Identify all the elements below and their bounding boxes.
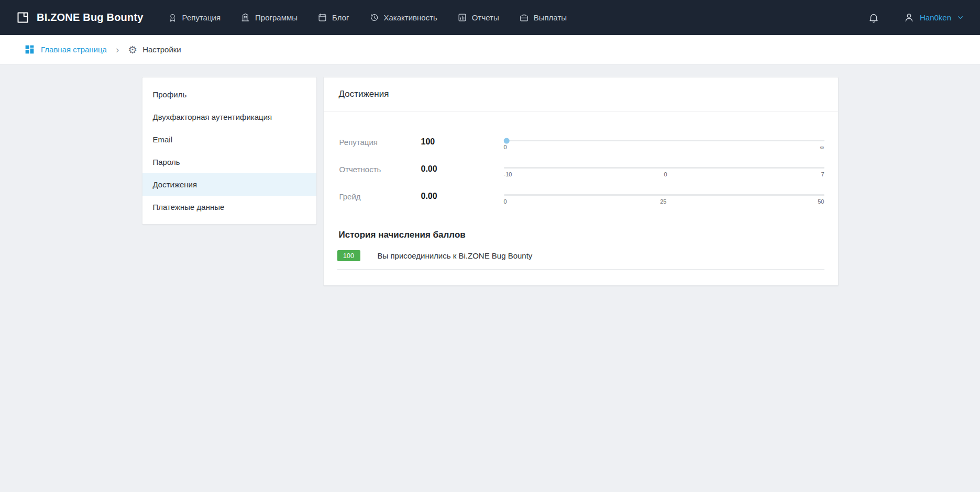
breadcrumb-home-label: Главная страница bbox=[41, 45, 107, 54]
slider-ticks: 0 25 50 bbox=[504, 198, 824, 205]
breadcrumb: Главная страница › ⚙ Настройки bbox=[0, 35, 980, 64]
tick-max: ∞ bbox=[819, 144, 824, 150]
sidebar-item-achievements[interactable]: Достижения bbox=[142, 173, 316, 196]
tick-max: 50 bbox=[818, 198, 824, 205]
main-nav: Репутация Программы Блог bbox=[168, 13, 567, 23]
sidebar-item-2fa[interactable]: Двухфакторная аутентификация bbox=[142, 106, 316, 128]
history-row: 100 Вы присоединились к Bi.ZONE Bug Boun… bbox=[337, 241, 824, 270]
tick-mid bbox=[662, 144, 667, 150]
metrics-block: Репутация 100 0 ∞ Отчетность 0.00 bbox=[324, 111, 838, 221]
metric-label: Отчетность bbox=[337, 165, 421, 174]
nav-item-reports[interactable]: Отчеты bbox=[457, 13, 499, 23]
nav-item-hackactivity[interactable]: Хакактивность bbox=[369, 13, 437, 23]
username: Han0ken bbox=[920, 13, 951, 22]
nav-item-label: Блог bbox=[332, 13, 349, 22]
metric-label: Репутация bbox=[337, 138, 421, 147]
nav-item-label: Программы bbox=[255, 13, 298, 22]
history-list: 100 Вы присоединились к Bi.ZONE Bug Boun… bbox=[337, 241, 824, 270]
tick-mid: 0 bbox=[663, 171, 668, 177]
reputation-award-icon bbox=[168, 13, 178, 23]
metric-row-reputation: Репутация 100 0 ∞ bbox=[337, 133, 824, 150]
tick-min: 0 bbox=[504, 198, 509, 205]
panel-title: Достижения bbox=[324, 77, 838, 111]
nav-item-label: Репутация bbox=[182, 13, 221, 22]
sidebar-item-profile[interactable]: Профиль bbox=[142, 83, 316, 106]
metric-label: Грейд bbox=[337, 192, 421, 201]
metric-slider: -10 0 7 bbox=[504, 161, 824, 177]
user-person-icon bbox=[904, 12, 915, 23]
payouts-briefcase-icon bbox=[519, 13, 529, 23]
slider-track bbox=[504, 140, 824, 141]
home-grid-icon bbox=[24, 44, 35, 55]
metric-row-reporting: Отчетность 0.00 -10 0 7 bbox=[337, 161, 824, 177]
tick-min: -10 bbox=[504, 171, 512, 177]
breadcrumb-current-label: Настройки bbox=[142, 45, 181, 54]
nav-item-blog[interactable]: Блог bbox=[317, 13, 349, 23]
brand-home-link[interactable]: BI.ZONE Bug Bounty bbox=[16, 10, 144, 25]
nav-item-label: Отчеты bbox=[472, 13, 499, 22]
breadcrumb-home-link[interactable]: Главная страница bbox=[24, 44, 107, 55]
metric-row-grade: Грейд 0.00 0 25 50 bbox=[337, 188, 824, 205]
slider-track bbox=[504, 167, 824, 169]
slider-track bbox=[504, 194, 824, 196]
tick-mid: 25 bbox=[660, 198, 666, 205]
nav-item-label: Выплаты bbox=[534, 13, 567, 22]
settings-sidebar: Профиль Двухфакторная аутентификация Ema… bbox=[142, 77, 317, 225]
metric-slider: 0 ∞ bbox=[504, 133, 824, 150]
metric-value: 0.00 bbox=[421, 192, 504, 201]
chevron-down-icon bbox=[956, 14, 964, 21]
sidebar-item-payment-data[interactable]: Платежные данные bbox=[142, 196, 316, 218]
nav-item-programs[interactable]: Программы bbox=[240, 13, 298, 23]
navbar-right: Han0ken bbox=[868, 12, 964, 24]
breadcrumb-current: ⚙ Настройки bbox=[128, 44, 181, 55]
tick-min: 0 bbox=[504, 144, 509, 150]
programs-building-icon bbox=[240, 13, 250, 23]
points-badge: 100 bbox=[337, 250, 360, 261]
blog-calendar-icon bbox=[317, 13, 327, 23]
notifications-bell-icon[interactable] bbox=[868, 12, 879, 24]
history-clock-icon bbox=[369, 13, 379, 23]
nav-item-payouts[interactable]: Выплаты bbox=[519, 13, 567, 23]
top-navbar: BI.ZONE Bug Bounty Репутация Программы bbox=[0, 0, 980, 35]
settings-page: Профиль Двухфакторная аутентификация Ema… bbox=[142, 77, 839, 286]
settings-gear-icon: ⚙ bbox=[128, 44, 137, 55]
breadcrumb-separator: › bbox=[116, 44, 119, 54]
sidebar-item-email[interactable]: Email bbox=[142, 128, 316, 151]
achievements-panel: Достижения Репутация 100 0 ∞ Отчетн bbox=[323, 77, 839, 286]
sidebar-item-password[interactable]: Пароль bbox=[142, 151, 316, 173]
slider-thumb bbox=[503, 138, 509, 143]
nav-item-label: Хакактивность bbox=[384, 13, 437, 22]
brand-title: BI.ZONE Bug Bounty bbox=[37, 12, 144, 24]
nav-item-reputation[interactable]: Репутация bbox=[168, 13, 221, 23]
tick-max: 7 bbox=[819, 171, 824, 177]
slider-ticks: -10 0 7 bbox=[504, 171, 824, 177]
bizone-logo-icon bbox=[16, 10, 30, 25]
history-title: История начисления баллов bbox=[339, 230, 823, 240]
history-text: Вы присоединились к Bi.ZONE Bug Bounty bbox=[378, 251, 533, 260]
reports-chart-icon bbox=[457, 13, 467, 23]
metric-slider: 0 25 50 bbox=[504, 188, 824, 205]
user-menu[interactable]: Han0ken bbox=[904, 12, 964, 23]
metric-value: 0.00 bbox=[421, 164, 504, 174]
metric-value: 100 bbox=[421, 137, 504, 147]
slider-ticks: 0 ∞ bbox=[504, 144, 824, 150]
